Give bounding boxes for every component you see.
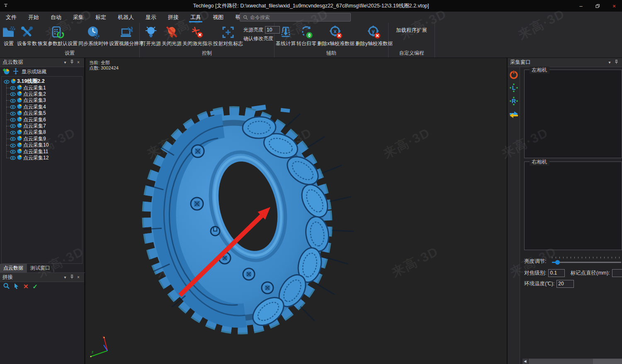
tree-item[interactable]: 点云采集6 <box>2 116 82 123</box>
magnifier-icon[interactable] <box>3 283 10 291</box>
tree-item[interactable]: 点云采集4 <box>2 104 82 110</box>
focus-mark-icon <box>221 25 236 40</box>
confirm-brightness-button[interactable]: 确认修改亮度 <box>243 35 273 42</box>
tree-item[interactable]: 点云采集7 <box>2 123 82 129</box>
tree-item[interactable]: 点云采集2 <box>2 91 82 97</box>
tree-item[interactable]: 点云采集5 <box>2 110 82 116</box>
delete-y-calibration-button[interactable]: y 删除y轴校准数据 <box>355 24 393 48</box>
delete-y-axis-icon: y <box>367 25 381 40</box>
brightness-row: 亮度调节: <box>524 256 622 267</box>
show-hide-icon[interactable] <box>12 68 19 76</box>
scrollbar-thumb[interactable] <box>529 359 593 364</box>
menu-item-10[interactable]: 视图 <box>207 12 229 23</box>
delete-x-calibration-button[interactable]: x 删除x轴校准数据 <box>317 24 355 48</box>
tree-item[interactable]: 点云采集12 <box>2 155 82 161</box>
eye-icon[interactable] <box>4 78 10 85</box>
close-panel-icon[interactable]: × <box>75 60 82 65</box>
tree-item[interactable]: 点云采集1 <box>2 84 82 91</box>
menu-item-1[interactable]: 文件 <box>0 12 22 23</box>
svg-text:R: R <box>511 98 515 104</box>
restore-defaults-button[interactable]: 恢复参数默认设置 <box>37 24 78 48</box>
menu-item-6[interactable]: 机器人 <box>112 12 140 23</box>
close-laser-button[interactable]: 关闭激光指示 <box>182 24 213 48</box>
menu-item-5[interactable]: 标定 <box>90 12 112 23</box>
scroll-left-arrow-icon[interactable]: ◀ <box>522 359 528 364</box>
command-search-box[interactable] <box>240 13 351 22</box>
sync-clock-button[interactable]: 同步系统时钟 <box>78 24 109 48</box>
menu-item-8[interactable]: 拼接 <box>162 12 185 23</box>
collapse-icon[interactable]: ▾ <box>62 60 68 65</box>
left-panel-tabs: 点云数据 测试窗口 <box>0 264 85 273</box>
axis-z-label: z <box>92 350 94 354</box>
pin-icon[interactable] <box>613 60 620 65</box>
load-extension-button[interactable]: 加载程序扩展 <box>396 24 427 34</box>
marker-diameter-label: 标记点直径(mm): <box>570 270 610 277</box>
collapse-icon[interactable]: ▾ <box>62 275 68 280</box>
marker-diameter-input[interactable] <box>612 269 622 277</box>
reject-icon[interactable]: ✕ <box>23 283 29 290</box>
viewport-3d[interactable]: 当前: 全部 点数: 3002424 <box>86 58 507 364</box>
menu-item-2[interactable]: 开始 <box>22 12 45 23</box>
ribbon-group-auxiliary: 基线计算 0 转台归零 x <box>275 23 389 58</box>
close-light-button[interactable]: 关闭光源 <box>161 24 182 48</box>
restore-button[interactable] <box>592 1 603 10</box>
tree-item[interactable]: 点云采集3 <box>2 97 82 104</box>
splice-panel-title: 拼接 <box>2 274 62 281</box>
add-pointcloud-icon[interactable] <box>2 68 10 76</box>
bulb-on-icon <box>143 25 158 40</box>
video-resolution-button[interactable]: 设置视频分辨率 <box>109 24 144 48</box>
close-button[interactable]: × <box>609 1 620 10</box>
focus-level-label: 对焦级别: <box>524 270 546 277</box>
focus-level-input[interactable] <box>548 269 565 277</box>
scrollbar-thumb-right[interactable] <box>593 359 622 364</box>
pin-icon[interactable] <box>68 60 75 65</box>
tree-root[interactable]: 3.19线圈2.2 <box>2 78 82 84</box>
turntable-zero-icon: 0 <box>299 25 314 40</box>
tab-pointcloud-data[interactable]: 点云数据 <box>0 264 27 272</box>
left-camera-label: 左相机 <box>530 67 549 74</box>
svg-text:0: 0 <box>308 33 311 38</box>
capture-panel-header: 采集窗口 ▾ <box>508 58 622 67</box>
accept-icon[interactable]: ✓ <box>33 283 38 290</box>
left-camera-icon[interactable]: L <box>509 83 519 93</box>
close-panel-icon[interactable]: × <box>75 275 82 280</box>
turntable-zero-button[interactable]: 0 转台归零 <box>296 24 317 48</box>
search-input[interactable] <box>250 14 350 20</box>
menu-item-9[interactable]: 工具 <box>185 12 207 23</box>
device-constants-button[interactable]: 设备常数 <box>17 24 37 48</box>
baseline-calc-button[interactable]: 基线计算 <box>275 24 296 48</box>
slider-handle[interactable] <box>555 260 560 265</box>
right-camera-icon[interactable]: R <box>509 96 519 106</box>
group-label-custom: 自定义编程 <box>389 50 435 57</box>
minimize-button[interactable]: – <box>576 1 586 10</box>
swap-cameras-icon[interactable] <box>509 109 519 119</box>
menu-item-7[interactable]: 显示 <box>140 12 162 23</box>
show-hide-label[interactable]: 显示或隐藏 <box>22 68 46 75</box>
tree-item[interactable]: 点云采集9 <box>2 136 82 142</box>
brightness-adjust-label: 亮度调节: <box>524 258 546 265</box>
settings-button[interactable]: 设置 <box>1 24 17 48</box>
project-focus-button[interactable]: 投射对焦标志 <box>213 24 243 48</box>
pointcloud-panel-header: 点云数据 ▾ × <box>0 58 84 67</box>
settings-folder-icon <box>1 25 16 40</box>
group-label-control: 控制 <box>140 50 274 57</box>
power-button[interactable] <box>509 70 519 80</box>
pointcloud-object[interactable] <box>86 58 507 364</box>
tree-item[interactable]: 点云采集10 <box>2 142 82 148</box>
eye-icon[interactable] <box>10 154 16 162</box>
pin-icon[interactable] <box>68 275 75 280</box>
tree-item[interactable]: 点云采集8 <box>2 129 82 135</box>
restore-icon <box>595 4 600 8</box>
tab-test-window[interactable]: 测试窗口 <box>27 264 54 272</box>
menu-item-3[interactable]: 自动 <box>45 12 67 23</box>
brightness-slider[interactable] <box>549 257 622 266</box>
horizontal-scrollbar[interactable]: ◀ <box>522 359 622 364</box>
ambient-temp-input[interactable] <box>556 280 574 288</box>
slider-track[interactable] <box>552 262 621 263</box>
menu-item-4[interactable]: 采集 <box>67 12 90 23</box>
collapse-icon[interactable]: ▾ <box>606 60 613 65</box>
right-camera-label: 右相机 <box>530 159 549 166</box>
tree-item[interactable]: 点云采集11 <box>2 148 82 154</box>
cursor-icon[interactable] <box>14 283 19 291</box>
open-light-button[interactable]: 打开光源 <box>141 24 161 48</box>
